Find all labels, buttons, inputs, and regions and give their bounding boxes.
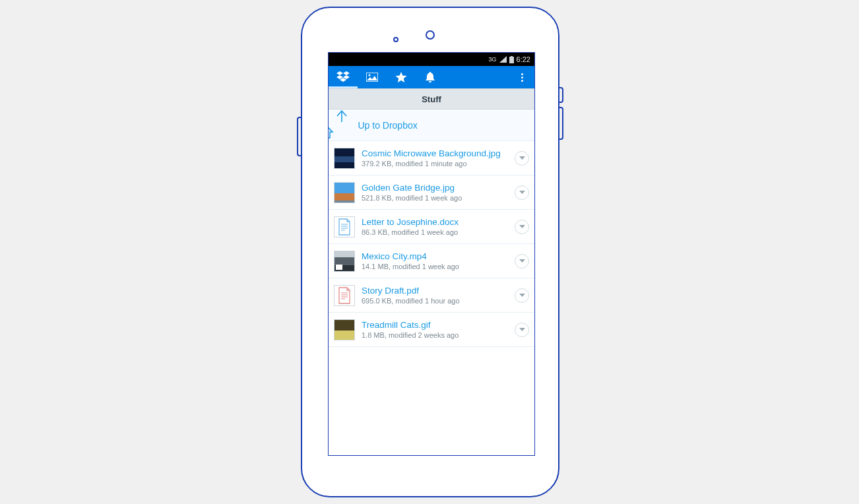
star-icon bbox=[395, 72, 407, 83]
file-info: Golden Gate Bridge.jpg 521.8 KB, modifie… bbox=[362, 182, 508, 203]
notifications-tab[interactable] bbox=[416, 66, 445, 88]
signal-icon bbox=[499, 56, 507, 63]
chevron-down-icon bbox=[519, 156, 525, 160]
file-meta: 86.3 KB, modified 1 week ago bbox=[362, 228, 508, 237]
file-meta: 521.8 KB, modified 1 week ago bbox=[362, 193, 508, 203]
file-info: Treadmill Cats.gif 1.8 MB, modified 2 we… bbox=[362, 319, 508, 340]
folder-title-bar: Stuff bbox=[329, 88, 534, 110]
file-row[interactable]: Mexico City.mp4 14.1 MB, modified 1 week… bbox=[329, 244, 534, 278]
file-row[interactable]: Story Draft.pdf 695.0 KB, modified 1 hou… bbox=[329, 278, 534, 313]
file-thumbnail bbox=[334, 148, 355, 169]
dropbox-tab[interactable] bbox=[329, 66, 358, 88]
phone-screen: 3G 6:22 bbox=[329, 53, 534, 455]
chevron-down-icon bbox=[519, 225, 525, 229]
file-name: Letter to Josephine.docx bbox=[362, 216, 508, 228]
file-thumbnail bbox=[334, 182, 355, 203]
svg-rect-0 bbox=[509, 57, 514, 63]
chevron-down-icon bbox=[519, 328, 525, 332]
file-info: Letter to Josephine.docx 86.3 KB, modifi… bbox=[362, 216, 508, 237]
file-meta: 695.0 KB, modified 1 hour ago bbox=[362, 296, 508, 306]
file-thumbnail bbox=[334, 319, 355, 340]
file-name: Mexico City.mp4 bbox=[362, 251, 508, 262]
up-to-parent-row[interactable]: Up to Dropbox bbox=[329, 110, 534, 141]
photos-tab[interactable] bbox=[358, 66, 387, 88]
file-options-button[interactable] bbox=[515, 323, 529, 337]
bell-icon bbox=[425, 72, 435, 83]
file-name: Golden Gate Bridge.jpg bbox=[362, 182, 508, 193]
status-clock: 6:22 bbox=[517, 55, 530, 63]
file-info: Cosmic Microwave Background.jpg 379.2 KB… bbox=[362, 148, 508, 169]
up-arrow-icon bbox=[335, 109, 350, 142]
chevron-down-icon bbox=[519, 294, 525, 298]
file-options-button[interactable] bbox=[515, 151, 529, 166]
file-row[interactable]: Treadmill Cats.gif 1.8 MB, modified 2 we… bbox=[329, 313, 534, 347]
file-meta: 1.8 MB, modified 2 weeks ago bbox=[362, 331, 508, 340]
svg-rect-1 bbox=[511, 56, 513, 57]
file-options-button[interactable] bbox=[515, 220, 529, 234]
phone-sensor bbox=[393, 37, 398, 42]
file-thumbnail bbox=[334, 251, 355, 272]
file-row[interactable]: Golden Gate Bridge.jpg 521.8 KB, modifie… bbox=[329, 175, 534, 210]
chevron-down-icon bbox=[519, 191, 525, 195]
file-options-button[interactable] bbox=[515, 185, 529, 200]
file-options-button[interactable] bbox=[515, 254, 529, 268]
file-info: Story Draft.pdf 695.0 KB, modified 1 hou… bbox=[362, 285, 508, 306]
overflow-menu-button[interactable] bbox=[512, 66, 532, 88]
file-thumbnail bbox=[334, 216, 355, 237]
phone-frame: 3G 6:22 bbox=[301, 7, 559, 497]
action-bar bbox=[329, 66, 534, 88]
file-thumbnail bbox=[334, 285, 355, 306]
file-options-button[interactable] bbox=[515, 288, 529, 303]
android-status-bar: 3G 6:22 bbox=[329, 53, 534, 66]
chevron-down-icon bbox=[519, 259, 525, 263]
photo-icon bbox=[366, 73, 378, 82]
dropbox-icon bbox=[336, 71, 350, 83]
phone-camera bbox=[426, 30, 435, 40]
network-3g-label: 3G bbox=[489, 57, 497, 63]
favorites-tab[interactable] bbox=[387, 66, 416, 88]
folder-title: Stuff bbox=[422, 94, 441, 104]
battery-icon bbox=[509, 56, 514, 63]
svg-point-3 bbox=[369, 75, 371, 77]
phone-button-right-2 bbox=[558, 107, 563, 140]
file-name: Story Draft.pdf bbox=[362, 285, 508, 296]
file-info: Mexico City.mp4 14.1 MB, modified 1 week… bbox=[362, 251, 508, 272]
phone-button-left bbox=[297, 117, 302, 156]
file-meta: 379.2 KB, modified 1 minute ago bbox=[362, 159, 508, 169]
file-row[interactable]: Letter to Josephine.docx 86.3 KB, modifi… bbox=[329, 210, 534, 244]
file-name: Cosmic Microwave Background.jpg bbox=[362, 148, 508, 159]
file-meta: 14.1 MB, modified 1 week ago bbox=[362, 262, 508, 272]
file-list: Cosmic Microwave Background.jpg 379.2 KB… bbox=[329, 141, 534, 347]
file-name: Treadmill Cats.gif bbox=[362, 319, 508, 331]
phone-button-right-1 bbox=[558, 87, 563, 103]
file-row[interactable]: Cosmic Microwave Background.jpg 379.2 KB… bbox=[329, 141, 534, 175]
up-to-parent-label: Up to Dropbox bbox=[358, 120, 417, 131]
overflow-icon bbox=[521, 72, 523, 83]
